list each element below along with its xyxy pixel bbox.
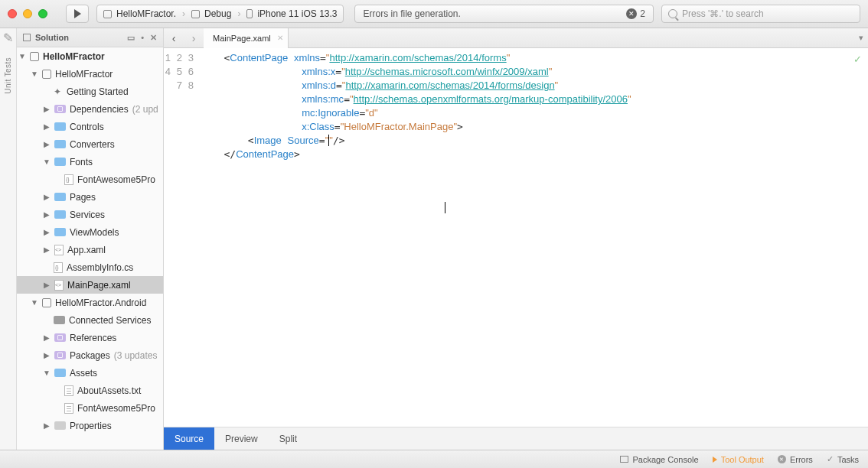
view-tab-source[interactable]: Source bbox=[164, 427, 214, 450]
editor-tab-menu[interactable]: ▾ bbox=[859, 33, 863, 43]
close-window-button[interactable] bbox=[8, 9, 17, 18]
code-content[interactable]: <ContentPage xmlns="http://xamarin.com/s… bbox=[206, 48, 868, 427]
disclosure-icon[interactable]: ▶ bbox=[43, 281, 51, 289]
tree-item-assemblyinfo[interactable]: AssemblyInfo.cs bbox=[17, 258, 163, 276]
text-file-icon bbox=[64, 385, 73, 396]
disclosure-icon[interactable]: ▶ bbox=[43, 140, 51, 148]
disclosure-icon[interactable]: ▶ bbox=[43, 193, 51, 201]
tree-item-appxaml[interactable]: ▶ App.xaml bbox=[17, 241, 163, 258]
folder-icon bbox=[54, 193, 66, 201]
search-placeholder: Press '⌘.' to search bbox=[682, 8, 764, 19]
tree-item-controls[interactable]: ▶ Controls bbox=[17, 118, 163, 135]
tree-hint: (3 updates bbox=[114, 350, 158, 361]
tree-label: AboutAssets.txt bbox=[77, 385, 141, 396]
disclosure-icon[interactable]: ▶ bbox=[43, 210, 51, 219]
console-icon bbox=[620, 456, 628, 463]
code-file-icon bbox=[54, 262, 63, 273]
solution-pad: Solution ▭ • ✕ ▼ HelloMFractor ▼ HelloMF… bbox=[17, 28, 164, 450]
tree-item-mainpage[interactable]: ▶ MainPage.xaml bbox=[17, 276, 163, 294]
disclosure-icon[interactable]: ▼ bbox=[43, 158, 51, 166]
tree-item-packages[interactable]: ▶ Packages (3 updates bbox=[17, 346, 163, 364]
error-icon bbox=[778, 455, 786, 463]
editor-area: ‹ › MainPage.xaml ✕ ▾ 1 2 3 4 5 6 7 8 <C… bbox=[164, 28, 868, 450]
run-button[interactable] bbox=[66, 5, 89, 23]
disclosure-icon[interactable]: ▶ bbox=[43, 421, 51, 430]
tree-solution-root[interactable]: ▼ HelloMFractor bbox=[17, 47, 163, 65]
tree-label: References bbox=[70, 333, 116, 343]
tree-item-references[interactable]: ▶ References bbox=[17, 329, 163, 346]
tree-label: Packages bbox=[70, 350, 110, 361]
tree-item-fontawesome[interactable]: FontAwesome5Pro bbox=[17, 171, 163, 188]
minimize-window-button[interactable] bbox=[23, 9, 32, 18]
tree-item-assets[interactable]: ▼ Assets bbox=[17, 364, 163, 382]
tree-item-viewmodels[interactable]: ▶ ViewModels bbox=[17, 223, 163, 241]
scheme-config: Debug bbox=[204, 8, 231, 19]
error-icon bbox=[626, 8, 637, 19]
tree-item-connected-services[interactable]: Connected Services bbox=[17, 311, 163, 329]
project-icon bbox=[42, 70, 51, 79]
editor-tab-mainpage[interactable]: MainPage.xaml ✕ bbox=[204, 28, 289, 48]
play-icon bbox=[74, 9, 81, 18]
disclosure-icon[interactable]: ▶ bbox=[43, 228, 51, 236]
nav-back-button[interactable]: ‹ bbox=[164, 28, 184, 48]
tree-item-fonts[interactable]: ▼ Fonts bbox=[17, 153, 163, 171]
device-icon bbox=[246, 9, 253, 18]
folder-icon bbox=[54, 228, 66, 236]
bottom-errors[interactable]: Errors bbox=[778, 455, 813, 464]
status-error-indicator[interactable]: 2 bbox=[626, 8, 645, 19]
close-tab-button[interactable]: ✕ bbox=[277, 34, 283, 42]
disclosure-icon[interactable]: ▶ bbox=[43, 333, 51, 342]
tree-item-services[interactable]: ▶ Services bbox=[17, 206, 163, 223]
view-tab-split[interactable]: Split bbox=[269, 427, 308, 450]
disclosure-icon[interactable]: ▶ bbox=[43, 245, 51, 254]
tree-label: MainPage.xaml bbox=[67, 280, 131, 291]
disclosure-icon[interactable]: ▼ bbox=[43, 369, 51, 377]
global-search[interactable]: Press '⌘.' to search bbox=[661, 5, 860, 23]
run-configuration-selector[interactable]: HelloMFractor. › Debug › iPhone 11 iOS 1… bbox=[96, 5, 344, 23]
nav-forward-button[interactable]: › bbox=[184, 28, 204, 48]
folder-icon bbox=[54, 158, 66, 166]
tree-item-aboutassets[interactable]: AboutAssets.txt bbox=[17, 382, 163, 399]
disclosure-icon[interactable]: ▼ bbox=[18, 52, 26, 60]
project-icon bbox=[42, 298, 51, 307]
toolbox-icon[interactable]: ✎ bbox=[4, 33, 13, 42]
chevron-right-icon: › bbox=[182, 8, 185, 19]
disclosure-icon[interactable]: ▼ bbox=[31, 70, 38, 78]
left-dock-tab-unit-tests[interactable]: Unit Tests bbox=[4, 57, 12, 94]
code-editor[interactable]: 1 2 3 4 5 6 7 8 <ContentPage xmlns="http… bbox=[164, 48, 868, 427]
status-text: Errors in file generation. bbox=[363, 8, 460, 19]
tree-label: HelloMFractor bbox=[55, 69, 113, 80]
references-icon bbox=[54, 333, 66, 342]
solution-tree[interactable]: ▼ HelloMFractor ▼ HelloMFractor ✦ Gettin… bbox=[17, 47, 163, 450]
disclosure-icon[interactable]: ▶ bbox=[43, 351, 51, 359]
tree-project-2[interactable]: ▼ HelloMFractor.Android bbox=[17, 294, 163, 311]
zoom-window-button[interactable] bbox=[38, 9, 47, 18]
folder-icon bbox=[54, 140, 66, 148]
disclosure-icon[interactable]: ▼ bbox=[31, 298, 38, 307]
disclosure-icon[interactable]: ▶ bbox=[43, 105, 51, 113]
bottom-tool-output[interactable]: Tool Output bbox=[713, 455, 764, 464]
text-file-icon bbox=[64, 403, 73, 414]
tree-item-converters[interactable]: ▶ Converters bbox=[17, 135, 163, 153]
solution-icon bbox=[30, 52, 39, 61]
pad-close-icon[interactable]: ✕ bbox=[150, 33, 157, 43]
pad-split-icon[interactable]: ▭ bbox=[127, 33, 135, 43]
tree-label: Dependencies bbox=[70, 104, 129, 115]
pad-options-icon[interactable]: • bbox=[141, 33, 144, 43]
folder-icon bbox=[54, 122, 66, 131]
disclosure-icon[interactable]: ▶ bbox=[43, 122, 51, 131]
bottom-tasks[interactable]: ✓ Tasks bbox=[827, 454, 859, 464]
tree-label: AssemblyInfo.cs bbox=[67, 262, 133, 273]
tree-item-pages[interactable]: ▶ Pages bbox=[17, 188, 163, 206]
tree-item-getting-started[interactable]: ✦ Getting Started bbox=[17, 83, 163, 100]
tree-item-properties[interactable]: ▶ Properties bbox=[17, 417, 163, 434]
bottom-package-console[interactable]: Package Console bbox=[620, 455, 698, 464]
tree-label: FontAwesome5Pro bbox=[77, 174, 155, 185]
tree-item-dependencies[interactable]: ▶ Dependencies (2 upd bbox=[17, 100, 163, 118]
dependencies-icon bbox=[54, 105, 66, 113]
scheme-project: HelloMFractor. bbox=[116, 8, 176, 19]
tree-project-1[interactable]: ▼ HelloMFractor bbox=[17, 65, 163, 83]
tab-label: MainPage.xaml bbox=[213, 34, 271, 43]
tree-item-fontawesome2[interactable]: FontAwesome5Pro bbox=[17, 399, 163, 417]
view-tab-preview[interactable]: Preview bbox=[214, 427, 269, 450]
